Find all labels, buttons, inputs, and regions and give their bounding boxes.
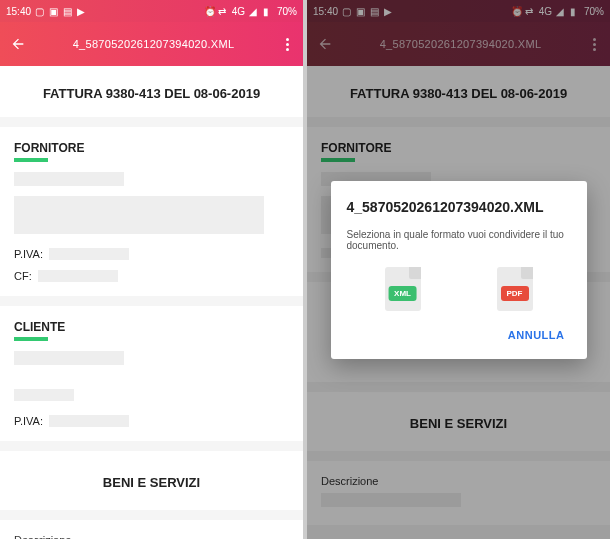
clock: 15:40 (6, 6, 31, 17)
xml-option[interactable]: XML (385, 267, 421, 311)
overflow-menu-button[interactable] (279, 38, 295, 51)
share-dialog: 4_5870520261207394020.XML Seleziona in q… (331, 181, 587, 359)
cf-field: CF: (14, 270, 289, 282)
dialog-subtitle: Seleziona in quale formato vuoi condivid… (347, 229, 571, 251)
invoice-title: FATTURA 9380-413 DEL 08-06-2019 (0, 66, 303, 117)
content-scroll[interactable]: FATTURA 9380-413 DEL 08-06-2019 FORNITOR… (0, 66, 303, 539)
redacted-address (14, 196, 264, 234)
cliente-heading: CLIENTE (14, 320, 289, 334)
section-underline (14, 337, 48, 341)
appbar-title: 4_5870520261207394020.XML (28, 38, 279, 50)
pdf-option[interactable]: PDF (497, 267, 533, 311)
cliente-card: CLIENTE P.IVA: (0, 306, 303, 441)
descrizione-label: Descrizione (14, 534, 289, 539)
fornitore-heading: FORNITORE (14, 141, 289, 155)
signal-icon: ◢ (249, 6, 259, 16)
xml-file-icon: XML (385, 267, 421, 311)
cancel-button[interactable]: ANNULLA (502, 321, 571, 349)
format-options: XML PDF (347, 267, 571, 311)
back-button[interactable] (8, 34, 28, 54)
dialog-scrim[interactable]: 4_5870520261207394020.XML Seleziona in q… (307, 0, 610, 539)
redacted-client-name (14, 351, 124, 365)
redacted-piva (49, 248, 129, 260)
xml-tag: XML (388, 286, 417, 301)
piva-field: P.IVA: (14, 248, 289, 260)
pdf-tag: PDF (501, 286, 529, 301)
alarm-icon: ⏰ (204, 6, 214, 16)
fornitore-card: FORNITORE P.IVA: CF: (0, 127, 303, 296)
play-icon: ▶ (77, 6, 87, 16)
piva-label: P.IVA: (14, 248, 43, 260)
image-icon: ▢ (35, 6, 45, 16)
cast-icon: ▤ (63, 6, 73, 16)
redacted-cf (38, 270, 118, 282)
screenshot-right: 15:40 ▢ ▣ ▤ ▶ ⏰ ⇄ 4G ◢ ▮ 70% 4_587052026… (307, 0, 610, 539)
cliente-piva-field: P.IVA: (14, 415, 289, 427)
beni-heading: BENI E SERVIZI (0, 451, 303, 510)
network-type: 4G (232, 6, 245, 17)
pdf-file-icon: PDF (497, 267, 533, 311)
redacted-name (14, 172, 124, 186)
arrow-left-icon (10, 36, 26, 52)
screenshot-left: 15:40 ▢ ▣ ▤ ▶ ⏰ ⇄ 4G ◢ ▮ 70% 4_587052026… (0, 0, 303, 539)
battery-icon: ▮ (263, 6, 273, 16)
battery-pct: 70% (277, 6, 297, 17)
screenshot-icon: ▣ (49, 6, 59, 16)
cliente-piva-label: P.IVA: (14, 415, 43, 427)
redacted-cliente-piva (49, 415, 129, 427)
dialog-title: 4_5870520261207394020.XML (347, 199, 571, 215)
volte-icon: ⇄ (218, 6, 228, 16)
redacted-cap (14, 389, 74, 401)
section-underline (14, 158, 48, 162)
cf-label: CF: (14, 270, 32, 282)
descrizione-card: Descrizione (0, 520, 303, 539)
status-bar: 15:40 ▢ ▣ ▤ ▶ ⏰ ⇄ 4G ◢ ▮ 70% (0, 0, 303, 22)
app-bar: 4_5870520261207394020.XML (0, 22, 303, 66)
